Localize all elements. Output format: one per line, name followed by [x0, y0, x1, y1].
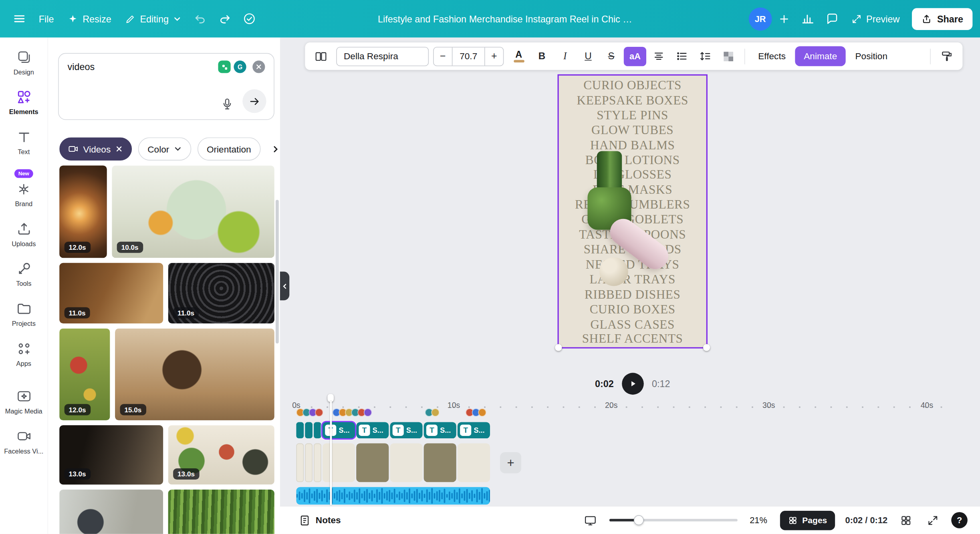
text-clip[interactable]: T S... [424, 422, 456, 439]
text-clip[interactable]: T S... [458, 422, 490, 439]
video-clip[interactable] [458, 444, 490, 482]
duration-view-button[interactable] [581, 511, 599, 529]
sidebar-item-brand[interactable]: New Brand [1, 165, 47, 211]
search-input[interactable] [67, 61, 186, 72]
pages-button[interactable]: Pages [780, 510, 835, 530]
sidebar-item-tools[interactable]: Tools [1, 257, 47, 291]
text-case-button[interactable]: aA [624, 46, 646, 66]
video-thumbnail[interactable]: 13.0s [168, 425, 274, 484]
video-thumbnail[interactable]: 13.0s [59, 425, 163, 484]
video-thumbnail[interactable]: 11.0s [59, 263, 163, 323]
insights-button[interactable] [796, 7, 819, 30]
spread-view-button[interactable] [310, 46, 332, 67]
voice-search-button[interactable] [221, 97, 234, 110]
strikethrough-button[interactable]: S [601, 46, 622, 67]
sidebar-item-faceless-videos[interactable]: Faceless Vi... [1, 424, 47, 458]
chips-scroll-right[interactable] [261, 137, 280, 161]
sidebar-item-magic-media[interactable]: Magic Media [1, 384, 47, 418]
redo-button[interactable] [213, 7, 236, 30]
animate-button[interactable]: Animate [795, 46, 846, 66]
search-submit-button[interactable] [242, 89, 266, 113]
panel-scrollbar[interactable] [276, 200, 279, 343]
decrease-font-size-button[interactable]: − [434, 47, 452, 65]
merch-text-list[interactable]: CURIO OBJECTS KEEPSAKE BOXES STYLE PINS … [558, 75, 707, 347]
underline-button[interactable]: U [577, 46, 599, 67]
search-box[interactable]: G [58, 53, 274, 120]
text-clip-partial[interactable] [305, 422, 313, 439]
font-family-selector[interactable]: Della Respira [336, 46, 429, 66]
video-thumbnail[interactable]: 11.0s [168, 263, 274, 323]
file-menu-button[interactable]: File [32, 8, 60, 30]
effects-button[interactable]: Effects [751, 46, 793, 66]
save-status-button[interactable] [238, 7, 261, 30]
sidebar-item-elements[interactable]: Elements [1, 85, 47, 119]
video-clip-partial[interactable] [296, 444, 304, 482]
preview-button[interactable]: Preview [845, 8, 906, 30]
spacing-button[interactable] [694, 46, 716, 67]
add-member-button[interactable] [773, 8, 795, 30]
document-title[interactable]: Lifestyle and Fashion Merchandise Instag… [378, 14, 632, 24]
video-clip[interactable] [390, 444, 422, 482]
video-thumbnail[interactable]: 15.0s [115, 329, 274, 420]
plugin-badge-icon[interactable] [218, 60, 230, 73]
video-thumbnail[interactable]: 12.0s [59, 165, 107, 258]
text-clip-partial[interactable] [314, 422, 321, 439]
notes-button[interactable]: Notes [299, 514, 341, 526]
grid-view-button[interactable] [897, 512, 914, 528]
video-clip-partial[interactable] [314, 444, 321, 482]
zoom-slider-handle[interactable] [633, 515, 643, 525]
resize-handle-bottom-right[interactable] [703, 344, 710, 351]
list-button[interactable] [671, 46, 692, 67]
filter-chip-videos[interactable]: Videos [59, 137, 132, 161]
panel-collapse-button[interactable] [280, 272, 289, 301]
text-clip-partial[interactable] [296, 422, 304, 439]
transparency-button[interactable] [718, 46, 739, 67]
timeline-playhead[interactable] [327, 394, 334, 506]
sidebar-item-apps[interactable]: Apps [1, 337, 47, 371]
font-size-value[interactable]: 70.7 [452, 47, 485, 65]
timeline-ruler[interactable] [296, 403, 942, 409]
video-thumbnail[interactable] [59, 490, 163, 534]
resize-button[interactable]: Resize [61, 8, 117, 30]
editing-mode-button[interactable]: Editing [119, 8, 187, 30]
sidebar-item-design[interactable]: Design [1, 45, 47, 79]
sidebar-item-uploads[interactable]: Uploads [1, 217, 47, 251]
hamburger-menu-button[interactable] [8, 7, 31, 30]
zoom-level[interactable]: 21% [747, 515, 770, 525]
video-thumbnail[interactable] [168, 490, 274, 534]
zoom-slider[interactable] [609, 515, 737, 525]
video-thumbnail[interactable]: 12.0s [59, 329, 110, 420]
nail-polish-cap-graphic[interactable] [597, 151, 622, 191]
text-color-button[interactable]: A [508, 46, 529, 67]
alignment-button[interactable] [648, 46, 669, 67]
close-icon[interactable] [115, 145, 123, 153]
fullscreen-button[interactable] [924, 512, 941, 528]
canvas-page[interactable]: CURIO OBJECTS KEEPSAKE BOXES STYLE PINS … [558, 75, 707, 348]
sidebar-item-projects[interactable]: Projects [1, 297, 47, 331]
resize-handle-bottom-left[interactable] [555, 344, 562, 351]
sidebar-item-text[interactable]: Text [1, 125, 47, 159]
video-clip[interactable] [356, 444, 389, 482]
position-button[interactable]: Position [848, 46, 895, 66]
add-clip-button[interactable]: + [500, 452, 521, 473]
video-thumbnail[interactable]: 10.0s [112, 165, 274, 258]
play-button[interactable] [622, 373, 644, 395]
increase-font-size-button[interactable]: + [485, 47, 503, 65]
filter-chip-color[interactable]: Color [138, 137, 191, 161]
share-button[interactable]: Share [912, 8, 973, 30]
text-clip[interactable]: T S... [356, 422, 389, 439]
cream-sphere-graphic[interactable] [599, 257, 628, 286]
filter-chip-orientation[interactable]: Orientation [198, 137, 260, 161]
bold-button[interactable]: B [531, 46, 553, 67]
comments-button[interactable] [821, 7, 844, 30]
audio-clip[interactable] [296, 487, 490, 505]
text-clip[interactable]: T S... [390, 422, 422, 439]
italic-button[interactable]: I [555, 46, 576, 67]
plugin-badge-g-icon[interactable]: G [234, 60, 246, 73]
undo-button[interactable] [189, 7, 212, 30]
avatar[interactable]: JR [749, 7, 772, 30]
clear-search-button[interactable] [252, 60, 265, 73]
video-clip[interactable] [424, 444, 456, 482]
copy-style-button[interactable] [936, 46, 958, 67]
video-clip-partial[interactable] [305, 444, 313, 482]
